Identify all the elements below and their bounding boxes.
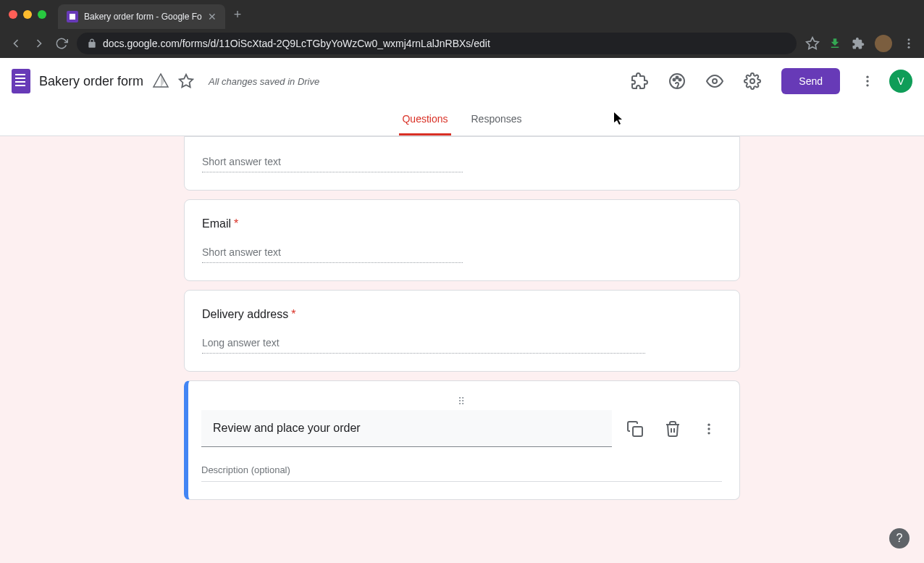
new-tab-button[interactable]: +: [234, 7, 242, 22]
svg-point-6: [673, 79, 676, 81]
reload-button[interactable]: [55, 37, 68, 50]
svg-point-11: [866, 76, 868, 78]
svg-point-9: [713, 79, 717, 83]
form-title[interactable]: Bakery order form: [39, 74, 143, 89]
answer-placeholder: Short answer text: [202, 242, 463, 263]
profile-avatar-small[interactable]: [875, 35, 892, 52]
section-description-input[interactable]: Description (optional): [201, 459, 722, 482]
lock-icon: [87, 38, 97, 49]
question-card[interactable]: Short answer text: [184, 136, 740, 191]
tab-responses[interactable]: Responses: [469, 104, 525, 135]
palette-icon[interactable]: [663, 67, 692, 96]
forms-favicon: [67, 11, 78, 22]
close-window-button[interactable]: [9, 10, 17, 19]
question-label: Delivery address *: [202, 308, 722, 321]
svg-point-7: [676, 77, 679, 79]
svg-point-10: [750, 79, 755, 83]
svg-point-2: [908, 43, 910, 45]
browser-tab-strip: Bakery order form - Google Fo ✕ +: [0, 0, 924, 29]
svg-marker-4: [180, 75, 193, 87]
question-text: Delivery address: [202, 308, 288, 321]
save-status: All changes saved in Drive: [209, 76, 319, 87]
account-avatar[interactable]: V: [889, 70, 912, 93]
question-card[interactable]: Delivery address * Long answer text: [184, 290, 740, 372]
delete-icon[interactable]: [658, 414, 687, 443]
answer-placeholder: Long answer text: [202, 333, 645, 354]
more-menu-icon[interactable]: [854, 68, 881, 94]
question-card[interactable]: Email * Short answer text: [184, 199, 740, 281]
svg-point-15: [707, 423, 710, 425]
move-to-folder-icon[interactable]: [152, 72, 169, 90]
required-indicator: *: [234, 217, 238, 230]
card-more-icon[interactable]: [696, 416, 722, 442]
svg-point-8: [679, 79, 681, 81]
addons-icon[interactable]: [625, 67, 654, 96]
url-text: docs.google.com/forms/d/11OiScXtad-2Q9Lc…: [103, 38, 490, 49]
address-bar[interactable]: docs.google.com/forms/d/11OiScXtad-2Q9Lc…: [77, 33, 797, 54]
extension-icon[interactable]: [828, 37, 841, 50]
tab-title: Bakery order form - Google Fo: [84, 12, 202, 22]
close-tab-icon[interactable]: ✕: [208, 11, 217, 22]
question-text: Email: [202, 217, 231, 230]
browser-toolbar: docs.google.com/forms/d/11OiScXtad-2Q9Lc…: [0, 29, 924, 58]
extensions-puzzle-icon[interactable]: [852, 37, 865, 50]
browser-menu-icon[interactable]: [902, 37, 915, 50]
help-button[interactable]: ?: [889, 528, 910, 549]
svg-rect-14: [633, 427, 642, 436]
svg-point-16: [707, 428, 710, 430]
form-tabs: Questions Responses: [0, 104, 924, 136]
drag-handle-icon[interactable]: ⠿: [201, 399, 722, 404]
maximize-window-button[interactable]: [38, 10, 46, 19]
app-header: Bakery order form All changes saved in D…: [0, 58, 924, 104]
bookmark-star-icon[interactable]: [805, 36, 820, 51]
duplicate-icon[interactable]: [621, 414, 650, 443]
forward-button[interactable]: [32, 36, 46, 51]
question-label: Email *: [202, 217, 722, 230]
section-title-input[interactable]: [201, 410, 612, 447]
svg-point-12: [866, 80, 868, 82]
svg-point-17: [707, 432, 710, 434]
tab-questions[interactable]: Questions: [399, 104, 450, 135]
svg-point-3: [908, 46, 910, 49]
star-icon[interactable]: [178, 73, 194, 89]
preview-eye-icon[interactable]: [700, 67, 729, 96]
back-button[interactable]: [9, 36, 23, 51]
answer-placeholder: Short answer text: [202, 151, 463, 172]
svg-marker-0: [807, 38, 819, 49]
browser-tab[interactable]: Bakery order form - Google Fo ✕: [58, 4, 225, 29]
window-controls: [9, 10, 46, 19]
minimize-window-button[interactable]: [23, 10, 32, 19]
form-canvas[interactable]: Short answer text Email * Short answer t…: [0, 136, 924, 563]
svg-point-1: [908, 38, 910, 41]
forms-logo[interactable]: [12, 69, 30, 93]
required-indicator: *: [291, 308, 295, 321]
settings-gear-icon[interactable]: [738, 67, 767, 96]
send-button[interactable]: Send: [781, 68, 840, 94]
svg-point-13: [866, 84, 868, 86]
section-header-card[interactable]: ⠿ Description (optional): [184, 380, 740, 500]
